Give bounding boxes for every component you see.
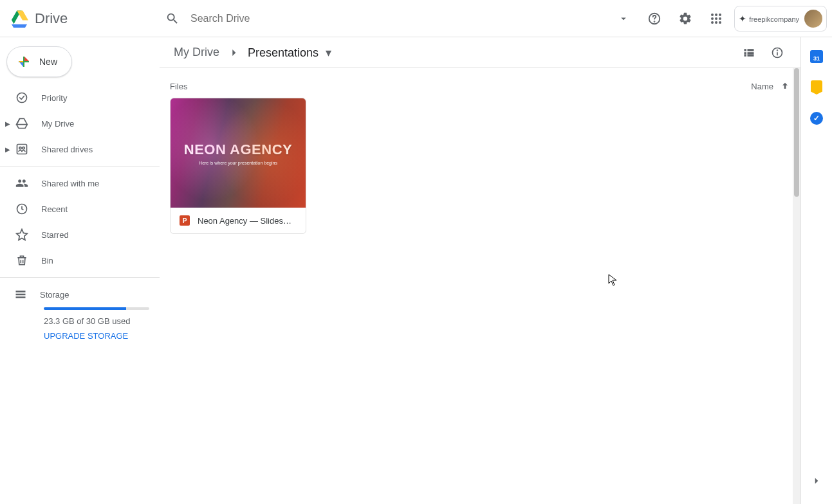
sidebar-item-label: Shared with me xyxy=(41,179,99,188)
new-button[interactable]: New xyxy=(6,46,72,77)
svg-rect-25 xyxy=(748,54,754,56)
app-name: Drive xyxy=(35,10,68,27)
svg-point-9 xyxy=(715,21,717,24)
priority-icon xyxy=(14,90,30,105)
plus-icon xyxy=(16,54,32,69)
storage-icon xyxy=(13,288,28,301)
caret-down-icon xyxy=(618,13,629,24)
search-input[interactable] xyxy=(185,8,611,30)
brand-label: ✦ freepikcompany xyxy=(739,14,799,24)
svg-rect-22 xyxy=(748,52,754,54)
svg-point-14 xyxy=(23,147,24,149)
info-icon xyxy=(771,46,784,59)
sidebar-item-storage[interactable]: Storage xyxy=(15,282,149,307)
svg-point-28 xyxy=(777,50,778,50)
new-button-label: New xyxy=(39,57,57,67)
sidebar-item-label: Recent xyxy=(41,204,68,214)
files-section-label: Files xyxy=(170,82,187,91)
svg-point-6 xyxy=(715,17,717,20)
search-icon xyxy=(165,12,180,26)
divider xyxy=(0,277,160,278)
expand-toggle[interactable]: ▶ xyxy=(4,120,12,127)
shared-icon xyxy=(14,176,30,191)
sort-by-name[interactable]: Name xyxy=(751,81,790,91)
scrollbar[interactable] xyxy=(793,68,800,504)
search-button[interactable] xyxy=(160,6,185,32)
help-icon xyxy=(647,12,661,26)
chevron-right-icon xyxy=(811,475,822,487)
file-name: Neon Agency — Slides… xyxy=(198,216,291,226)
divider xyxy=(0,166,160,166)
breadcrumb-current[interactable]: Presentations ▾ xyxy=(244,43,335,62)
keep-icon xyxy=(811,80,822,94)
side-app-tasks[interactable] xyxy=(805,107,828,130)
expand-toggle[interactable]: ▶ xyxy=(4,146,12,153)
my-drive-icon xyxy=(14,116,30,131)
clock-icon xyxy=(14,201,30,217)
side-app-keep[interactable] xyxy=(805,76,828,99)
sidebar-item-label: Bin xyxy=(41,256,53,266)
side-panel: 31 xyxy=(801,37,832,504)
svg-rect-21 xyxy=(744,52,746,54)
drive-logo-icon xyxy=(8,7,31,30)
header-actions: ✦ freepikcompany xyxy=(611,6,827,32)
sidebar-item-shared-with-me[interactable]: Shared with me xyxy=(0,170,160,196)
svg-point-8 xyxy=(711,21,714,24)
chevron-right-icon xyxy=(227,46,240,59)
sidebar-item-bin[interactable]: Bin xyxy=(0,248,160,273)
storage-usage-text: 23.3 GB of 30 GB used xyxy=(44,316,149,326)
sidebar-item-my-drive[interactable]: ▶ My Drive xyxy=(0,111,160,136)
sidebar-item-starred[interactable]: Starred xyxy=(0,222,160,248)
storage-label: Storage xyxy=(40,290,69,300)
sidebar: New Priority ▶ My Drive ▶ Shared drives xyxy=(0,37,160,504)
arrow-up-icon xyxy=(780,81,790,91)
sidebar-item-label: Starred xyxy=(41,230,69,240)
svg-rect-24 xyxy=(744,54,746,56)
list-view-button[interactable] xyxy=(736,40,762,66)
shared-drives-icon xyxy=(14,141,30,157)
svg-point-1 xyxy=(654,21,655,22)
section-header: Files Name xyxy=(170,73,790,98)
trash-icon xyxy=(14,253,30,268)
breadcrumb-root[interactable]: My Drive xyxy=(170,43,223,62)
file-thumbnail: NEON AGENCY Here is where your presentat… xyxy=(171,98,306,208)
sidebar-item-recent[interactable]: Recent xyxy=(0,196,160,222)
header: Drive ✦ freepikcompany xyxy=(0,0,832,37)
file-grid: NEON AGENCY Here is where your presentat… xyxy=(170,98,790,234)
svg-point-4 xyxy=(719,14,721,16)
svg-point-2 xyxy=(711,14,714,16)
svg-point-11 xyxy=(17,93,27,103)
star-icon xyxy=(14,227,30,242)
sidebar-item-shared-drives[interactable]: ▶ Shared drives xyxy=(0,136,160,162)
svg-point-7 xyxy=(719,17,721,20)
svg-rect-17 xyxy=(16,294,26,296)
svg-rect-20 xyxy=(748,49,754,51)
side-panel-toggle[interactable] xyxy=(805,469,828,492)
svg-rect-12 xyxy=(17,145,27,154)
logo[interactable]: Drive xyxy=(8,7,160,30)
caret-down-icon: ▾ xyxy=(326,46,331,59)
sidebar-item-label: Priority xyxy=(41,93,67,103)
sidebar-item-label: My Drive xyxy=(41,119,74,129)
search-options-dropdown[interactable] xyxy=(611,6,636,32)
sidebar-item-label: Shared drives xyxy=(41,145,93,154)
upgrade-storage-link[interactable]: UPGRADE STORAGE xyxy=(44,331,149,341)
sort-label: Name xyxy=(751,82,773,91)
powerpoint-icon: P xyxy=(180,215,190,226)
storage-bar xyxy=(44,307,149,310)
calendar-icon: 31 xyxy=(810,50,823,63)
details-button[interactable] xyxy=(764,40,790,66)
svg-point-3 xyxy=(715,14,717,16)
help-button[interactable] xyxy=(642,6,667,32)
side-app-calendar[interactable]: 31 xyxy=(805,45,828,68)
file-card[interactable]: NEON AGENCY Here is where your presentat… xyxy=(170,98,306,234)
settings-button[interactable] xyxy=(672,6,698,32)
svg-rect-19 xyxy=(744,49,746,51)
content-area: Files Name NEON AGENCY Here is where you… xyxy=(160,68,800,504)
sidebar-item-priority[interactable]: Priority xyxy=(0,85,160,111)
scrollbar-thumb[interactable] xyxy=(794,68,799,197)
main: My Drive Presentations ▾ Files xyxy=(160,37,801,504)
gear-icon xyxy=(678,12,692,26)
apps-button[interactable] xyxy=(703,6,729,32)
account-chip[interactable]: ✦ freepikcompany xyxy=(734,6,827,32)
